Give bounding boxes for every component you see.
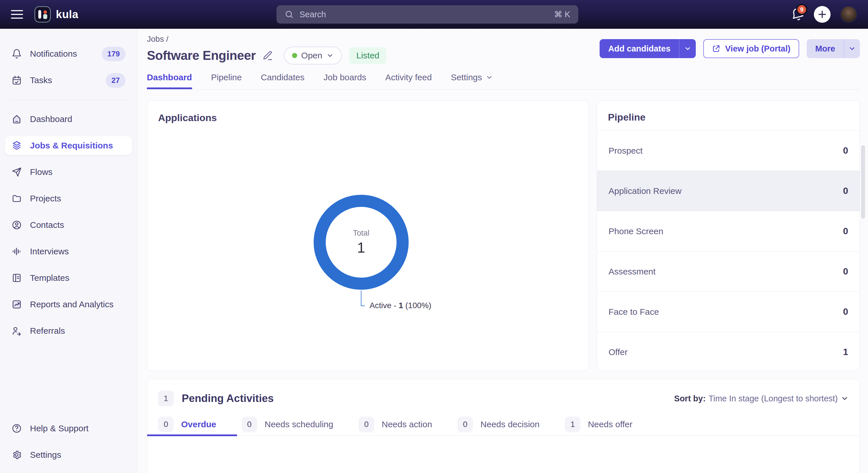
search-shortcut: ⌘ K [554, 9, 570, 19]
pending-tab-needs-scheduling[interactable]: 0 Needs scheduling [242, 416, 334, 440]
chevron-down-icon [326, 52, 334, 59]
more-dropdown[interactable] [844, 39, 860, 58]
tab-job-boards[interactable]: Job boards [323, 72, 366, 89]
folder-icon [11, 193, 22, 204]
pipeline-card: Pipeline Prospect 0 Application Review 0… [597, 100, 860, 371]
pipeline-row-face-to-face[interactable]: Face to Face 0 [597, 292, 860, 332]
notifications-bell-button[interactable]: 9 [791, 8, 804, 21]
sidebar-item-dashboard[interactable]: Dashboard [5, 110, 132, 129]
pipeline-row-phone-screen[interactable]: Phone Screen 0 [597, 211, 860, 251]
user-circle-icon [11, 220, 22, 230]
view-job-portal-button[interactable]: View job (Portal) [703, 39, 799, 58]
stage-count: 0 [843, 185, 848, 196]
search-input[interactable]: Search ⌘ K [276, 5, 578, 24]
chevron-down-icon [684, 45, 691, 53]
donut-callout-label: Active - 1 (100%) [370, 301, 431, 310]
user-referral-icon [11, 326, 22, 336]
donut-center-value: 1 [357, 239, 365, 256]
plus-icon [817, 9, 827, 19]
donut-callout-line [361, 306, 365, 306]
more-label: More [807, 44, 844, 54]
donut-callout-line [361, 291, 362, 306]
sidebar-item-help-support[interactable]: Help & Support [5, 419, 132, 438]
tab-pipeline[interactable]: Pipeline [211, 72, 242, 89]
sidebar-item-label: Flows [30, 167, 53, 177]
applications-card: Applications Total 1 Active - 1 (100%) [147, 100, 589, 371]
pending-count-badge: 1 [158, 391, 174, 406]
stage-count: 0 [843, 306, 848, 317]
pipeline-title: Pipeline [597, 101, 860, 131]
sidebar-item-label: Interviews [30, 246, 69, 256]
pipeline-row-application-review[interactable]: Application Review 0 [597, 171, 860, 211]
sidebar-item-label: Reports and Analytics [30, 300, 114, 309]
tab-settings[interactable]: Settings [451, 72, 493, 89]
pipeline-row-prospect[interactable]: Prospect 0 [597, 131, 860, 171]
pending-tab-overdue[interactable]: 0 Overdue [158, 416, 216, 440]
stage-count: 1 [843, 347, 848, 357]
sidebar-item-referrals[interactable]: Referrals [5, 322, 132, 340]
scrollbar-thumb[interactable] [861, 145, 865, 219]
add-candidates-dropdown[interactable] [679, 39, 696, 58]
sidebar-item-notifications[interactable]: Notifications 179 [5, 44, 132, 63]
pipeline-row-offer[interactable]: Offer 1 [597, 332, 860, 371]
sidebar-item-projects[interactable]: Projects [5, 189, 132, 208]
job-status-dropdown[interactable]: Open [284, 46, 342, 64]
tab-activity-feed[interactable]: Activity feed [385, 72, 432, 89]
sidebar-item-label: Notifications [30, 49, 77, 59]
add-candidates-button[interactable]: Add candidates [599, 39, 696, 58]
sidebar-item-contacts[interactable]: Contacts [5, 215, 132, 235]
template-icon [11, 273, 22, 283]
page-title: Software Engineer [147, 48, 256, 63]
external-link-icon [712, 44, 720, 53]
tab-dashboard[interactable]: Dashboard [147, 72, 192, 89]
main-content: Jobs / Software Engineer Open Listed Add… [137, 29, 868, 473]
waveform-icon [11, 246, 22, 257]
sidebar-item-label: Dashboard [30, 114, 72, 124]
notification-count-badge: 9 [796, 4, 808, 15]
sidebar-item-jobs-requisitions[interactable]: Jobs & Requisitions [5, 136, 132, 155]
user-avatar[interactable] [840, 6, 857, 23]
sort-by-dropdown[interactable]: Sort by: Time In stage (Longest to short… [674, 394, 849, 403]
sidebar-item-label: Templates [30, 273, 69, 283]
tab-candidates[interactable]: Candidates [260, 72, 304, 89]
applications-donut-chart[interactable]: Total 1 [314, 195, 409, 290]
kula-logo [35, 6, 51, 23]
sidebar-item-tasks[interactable]: Tasks 27 [5, 71, 132, 90]
quick-add-button[interactable] [814, 6, 831, 23]
pipeline-row-assessment[interactable]: Assessment 0 [597, 251, 860, 292]
stage-count: 0 [843, 226, 848, 236]
chart-trend-icon [11, 299, 22, 310]
topbar: kula Search ⌘ K 9 [0, 0, 868, 29]
add-candidates-label: Add candidates [599, 44, 679, 54]
sidebar-item-reports-analytics[interactable]: Reports and Analytics [5, 295, 132, 314]
sidebar-item-templates[interactable]: Templates [5, 268, 132, 288]
applications-title: Applications [147, 101, 588, 124]
hamburger-menu-icon[interactable] [11, 10, 23, 19]
sidebar-item-flows[interactable]: Flows [5, 163, 132, 181]
sidebar-item-label: Tasks [30, 75, 52, 85]
pending-activities-card: 1 Pending Activities Sort by: Time In st… [147, 379, 860, 473]
sidebar-item-label: Contacts [30, 220, 64, 230]
sidebar-item-settings[interactable]: Settings [5, 445, 132, 464]
edit-title-button[interactable] [262, 50, 273, 61]
more-button[interactable]: More [807, 39, 860, 58]
job-status-value: Open [301, 50, 322, 60]
pending-tabs-divider [147, 436, 860, 436]
pending-activities-title: Pending Activities [182, 393, 274, 405]
donut-center-label: Total [353, 229, 369, 238]
home-icon [11, 114, 22, 124]
pencil-icon [262, 50, 273, 61]
calendar-check-icon [11, 75, 22, 86]
pending-tab-needs-decision[interactable]: 0 Needs decision [457, 416, 539, 440]
sidebar-item-interviews[interactable]: Interviews [5, 242, 132, 261]
stage-count: 0 [843, 266, 848, 277]
pending-tab-needs-action[interactable]: 0 Needs action [359, 416, 432, 440]
gear-icon [11, 450, 22, 460]
chevron-down-icon [841, 395, 849, 403]
layers-icon [11, 140, 22, 151]
sidebar-item-label: Settings [30, 450, 61, 460]
pending-tab-needs-offer[interactable]: 1 Needs offer [565, 416, 632, 440]
help-circle-icon [11, 423, 22, 434]
paper-plane-icon [11, 167, 22, 177]
sidebar-item-label: Help & Support [30, 424, 88, 433]
